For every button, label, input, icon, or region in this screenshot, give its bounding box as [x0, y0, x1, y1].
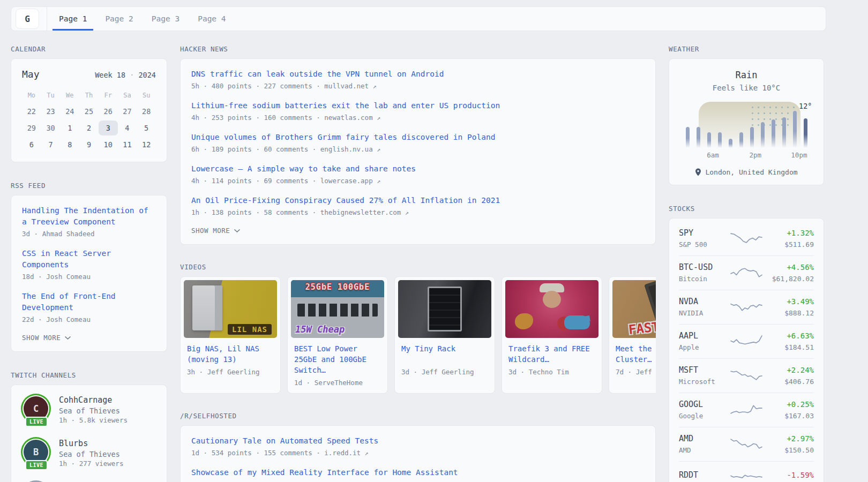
hn-item-title[interactable]: Lithium-free sodium batteries exit the l…: [191, 100, 645, 111]
section-label-twitch: TWITCH CHANNELS: [11, 371, 167, 379]
stock-sparkline: [729, 230, 764, 246]
hn-item-title[interactable]: DNS traffic can leak outside the VPN tun…: [191, 69, 645, 80]
stock-row[interactable]: SPYS&P 500+1.32%$511.69: [679, 222, 814, 255]
tab-page-3[interactable]: Page 3: [145, 7, 186, 31]
video-title[interactable]: Big NAS, Lil NAS (moving 13): [187, 343, 274, 365]
rss-item-title[interactable]: Handling The Indentation of a Treeview C…: [22, 205, 156, 228]
hn-item-meta: 4h · 253 points · 160 comments · newatla…: [191, 114, 645, 122]
topbar-divider: [47, 7, 47, 31]
video-thumbnail[interactable]: [398, 280, 491, 338]
stock-sparkline: [729, 333, 764, 349]
hn-item-title[interactable]: Unique volumes of Brothers Grimm fairy t…: [191, 132, 645, 143]
external-link-icon: ↗: [377, 146, 380, 153]
time-label: 6am: [707, 151, 719, 159]
stock-symbol: AMD: [679, 434, 729, 444]
stock-symbol: NVDA: [679, 297, 729, 307]
stock-symbol: GOOGL: [679, 400, 729, 410]
twitch-game: Sea of Thieves: [59, 450, 123, 458]
hn-meta-text: 4h · 114 points · 69 comments · lowercas…: [191, 177, 373, 185]
current-temperature: 12°: [799, 102, 812, 110]
video-thumbnail[interactable]: LIL NAS: [184, 280, 277, 338]
stock-values: +0.25%$167.03: [764, 400, 814, 420]
weather-location: London, United Kingdom: [680, 168, 813, 176]
stock-info: MSFTMicrosoft: [679, 365, 729, 386]
rss-item-title[interactable]: The End of Front-End Development: [22, 291, 156, 313]
reddit-item-title[interactable]: Cautionary Tale on Automated Speed Tests: [191, 435, 645, 447]
tab-page-1[interactable]: Page 1: [53, 7, 93, 31]
weather-bar: [718, 132, 722, 148]
calendar-day: 4: [118, 120, 137, 135]
stock-sparkline: [729, 265, 764, 281]
video-title[interactable]: My Tiny Rack: [401, 343, 488, 365]
stock-info: NVDANVIDIA: [679, 297, 729, 317]
stock-symbol: BTC-USD: [679, 262, 729, 273]
weather-feels-like: Feels like 10°C: [680, 84, 813, 92]
tab-page-2[interactable]: Page 2: [99, 7, 139, 31]
calendar-weekday: Tu: [41, 88, 61, 102]
rss-item-meta: 22d · Josh Comeau: [22, 315, 156, 323]
tab-page-4[interactable]: Page 4: [191, 7, 232, 31]
reddit-item-title[interactable]: Showcase of my Mixed Reality Interface f…: [191, 467, 645, 478]
calendar-day: 23: [41, 104, 61, 119]
video-meta: 3d · Techno Tim: [508, 368, 595, 376]
weather-bar: [686, 127, 690, 148]
time-label: 10pm: [791, 151, 807, 159]
video-title[interactable]: BEST Low Power 25GbE and 100GbE Switch…: [294, 343, 381, 375]
section-label-rss: RSS FEED: [11, 182, 167, 190]
reddit-item: Cautionary Tale on Automated Speed Tests…: [191, 435, 645, 457]
rss-section: RSS FEED Handling The Indentation of a T…: [11, 182, 167, 352]
rss-item-title[interactable]: CSS in React Server Components: [22, 248, 156, 270]
video-title[interactable]: Traefik 3 and FREE Wildcard…: [508, 343, 595, 365]
twitch-channel-row[interactable]: B LIVE Blurbs Sea of Thieves 1h · 277 vi…: [22, 438, 156, 470]
stock-sparkline: [729, 367, 764, 383]
stock-change: -1.59%: [764, 470, 814, 480]
calendar-day: 12: [137, 137, 156, 152]
calendar-year: 2024: [138, 71, 156, 79]
stock-values: +4.56%$61,820.02: [764, 262, 814, 283]
rss-item: The End of Front-End Development 22d · J…: [22, 291, 156, 323]
rss-show-more-button[interactable]: SHOW MORE: [22, 334, 156, 342]
rss-widget: Handling The Indentation of a Treeview C…: [11, 195, 167, 352]
twitch-widget: C LIVE CohhCarnage Sea of Thieves 1h · 5…: [11, 385, 167, 482]
hn-show-more-button[interactable]: SHOW MORE: [191, 227, 645, 235]
stock-symbol: RDDT: [679, 470, 729, 480]
location-pin-icon: [695, 168, 701, 176]
app-logo[interactable]: G: [16, 9, 39, 29]
time-label: 2pm: [750, 151, 762, 159]
video-thumbnail[interactable]: 25GbE 100GbE 15W Cheap: [291, 280, 384, 338]
stock-name: Google: [679, 412, 729, 420]
external-link-icon: ↗: [377, 114, 380, 122]
stock-row[interactable]: AMDAMD+2.97%$150.50: [679, 427, 814, 461]
stock-info: AAPLApple: [679, 331, 729, 351]
hn-meta-text: 6h · 189 points · 60 comments · english.…: [191, 145, 373, 153]
video-thumbnail[interactable]: [505, 280, 598, 338]
calendar-day: 10: [99, 137, 118, 152]
stock-row[interactable]: AAPLApple+6.63%$184.51: [679, 324, 814, 358]
section-label-hackernews: HACKER NEWS: [180, 45, 656, 53]
weather-bar-slot: [725, 102, 736, 148]
calendar-section: CALENDAR May Week 18 · 2024 MoTuWeThFrSa…: [11, 45, 167, 162]
video-thumbnail[interactable]: FAST: [612, 280, 656, 338]
stock-info: BTC-USDBitcoin: [679, 262, 729, 283]
video-meta: 3h · Jeff Geerling: [187, 368, 274, 376]
chevron-down-icon: [64, 336, 71, 340]
stock-row[interactable]: GOOGLGoogle+0.25%$167.03: [679, 393, 814, 427]
stock-row[interactable]: RDDT-1.59%: [679, 461, 814, 482]
hn-item-title[interactable]: An Oil Price-Fixing Conspiracy Caused 27…: [191, 195, 645, 206]
video-title[interactable]: Meet the new Linux Cluster…: [616, 343, 656, 365]
calendar-day: 11: [118, 137, 137, 152]
calendar-grid: MoTuWeThFrSaSu22232425262728293012345678…: [22, 88, 156, 152]
stock-row[interactable]: NVDANVIDIA+3.49%$888.12: [679, 290, 814, 324]
hn-item-title[interactable]: Lowercase – A simple way to take and sha…: [191, 163, 645, 175]
hackernews-widget: DNS traffic can leak outside the VPN tun…: [180, 58, 656, 245]
calendar-day: 26: [99, 104, 118, 119]
stock-row[interactable]: BTC-USDBitcoin+4.56%$61,820.02: [679, 255, 814, 290]
calendar-widget: May Week 18 · 2024 MoTuWeThFrSaSu2223242…: [11, 58, 167, 162]
stock-row[interactable]: MSFTMicrosoft+2.24%$406.76: [679, 358, 814, 393]
thumbnail-dim-overlay: [505, 280, 598, 338]
twitch-channel-row[interactable]: C LIVE CohhCarnage Sea of Thieves 1h · 5…: [22, 395, 156, 426]
twitch-section: TWITCH CHANNELS C LIVE CohhCarnage Sea o…: [11, 371, 167, 482]
calendar-day: 27: [118, 104, 137, 119]
weather-bar-slot: [693, 102, 704, 148]
stock-symbol: AAPL: [679, 331, 729, 341]
